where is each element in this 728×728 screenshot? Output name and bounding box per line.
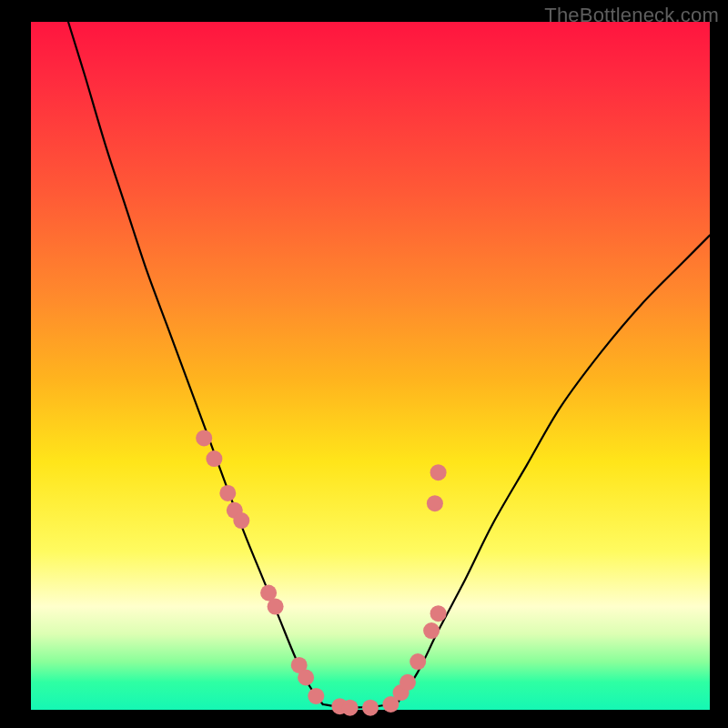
scatter-dot bbox=[308, 688, 324, 704]
scatter-dot bbox=[219, 485, 236, 501]
scatter-dot bbox=[268, 599, 284, 615]
scatter-dot bbox=[410, 653, 426, 670]
scatter-dot bbox=[233, 512, 249, 529]
scatter-dot bbox=[430, 605, 447, 622]
scatter-dot bbox=[427, 495, 443, 511]
plot-area bbox=[31, 22, 710, 710]
scatter-dot bbox=[342, 700, 359, 716]
scatter-dot bbox=[430, 464, 447, 480]
scatter-dot bbox=[423, 622, 440, 639]
scatter-dot bbox=[206, 450, 222, 467]
scatter-dot bbox=[196, 430, 212, 446]
scatter-dot bbox=[399, 674, 416, 691]
curve-left bbox=[68, 22, 323, 704]
scatter-dot bbox=[362, 700, 379, 716]
outer-frame: TheBottleneck.com bbox=[0, 0, 728, 728]
scatter-dot bbox=[298, 670, 314, 686]
scatter-dots bbox=[196, 430, 446, 715]
chart-svg bbox=[31, 22, 710, 710]
